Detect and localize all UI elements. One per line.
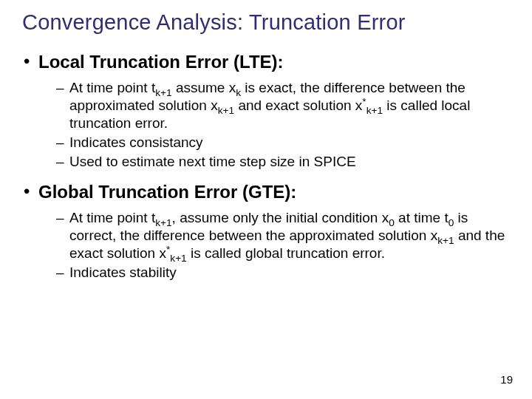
subscript: k+1 xyxy=(437,235,454,246)
text-fragment: assume x xyxy=(172,80,236,95)
bullet-list: Local Truncation Error (LTE): At time po… xyxy=(22,51,510,282)
text-fragment: At time point t xyxy=(69,210,155,225)
sub-list: At time point tk+1, assume only the init… xyxy=(38,209,510,282)
text-fragment: , assume only the initial condition x xyxy=(172,210,389,225)
subscript: k+1 xyxy=(218,105,234,116)
bullet-heading: Global Truncation Error (GTE): xyxy=(38,182,296,202)
sub-list: At time point tk+1 assume xk is exact, t… xyxy=(38,79,510,171)
text-fragment: and exact solution x xyxy=(234,98,362,113)
slide-title: Convergence Analysis: Truncation Error xyxy=(22,10,510,35)
sub-item: At time point tk+1 assume xk is exact, t… xyxy=(56,79,510,132)
subscript: k+1 xyxy=(155,87,171,98)
bullet-gte: Global Truncation Error (GTE): At time p… xyxy=(22,181,510,282)
subscript: k+1 xyxy=(155,217,171,228)
text-fragment: At time point t xyxy=(69,80,155,95)
slide: Convergence Analysis: Truncation Error L… xyxy=(0,0,532,399)
subscript: k+1 xyxy=(366,105,383,116)
sub-item: At time point tk+1, assume only the init… xyxy=(56,209,510,262)
sub-item: Indicates stability xyxy=(56,264,510,282)
text-fragment: at time t xyxy=(395,210,449,225)
subscript: k+1 xyxy=(170,253,186,264)
bullet-heading: Local Truncation Error (LTE): xyxy=(38,52,284,72)
sub-item: Used to estimate next time step size in … xyxy=(56,153,510,171)
subscript: 0 xyxy=(389,217,395,228)
page-number: 19 xyxy=(500,373,513,386)
sub-item: Indicates consistancy xyxy=(56,134,510,151)
text-fragment: is called global truncation error. xyxy=(187,245,385,261)
bullet-lte: Local Truncation Error (LTE): At time po… xyxy=(22,51,510,171)
